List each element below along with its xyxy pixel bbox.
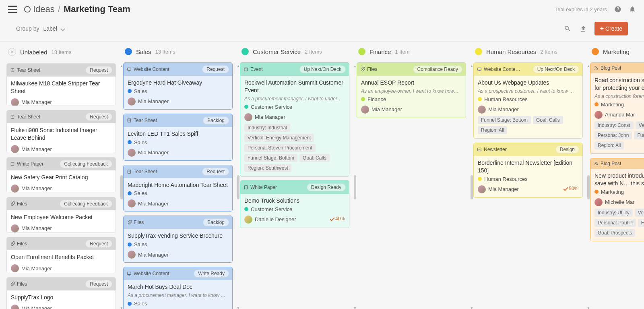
card[interactable]: White PaperCollecting FeedbackNew Safety… <box>6 157 116 193</box>
card[interactable]: FilesRequestOpen Enrollment Benefits Pac… <box>6 237 116 273</box>
column-scrollbar[interactable]: ▲▼ <box>237 64 240 309</box>
card-label: Human Resources <box>478 96 578 102</box>
card-type: Files <box>10 241 27 247</box>
card[interactable]: Tear SheetRequestMaderight Home Automati… <box>123 165 233 212</box>
column-dot <box>592 48 599 55</box>
breadcrumb-root[interactable]: Ideas <box>33 4 55 15</box>
tag: Industry: Industrial <box>244 124 290 132</box>
avatar <box>128 251 136 259</box>
card[interactable]: Tear SheetRequestMilwaukee M18 Cable Str… <box>6 63 116 106</box>
card[interactable]: FilesCollecting FeedbackNew Employee Wel… <box>6 197 116 233</box>
card-title: Road construction season is here: 6 tips… <box>594 77 644 92</box>
card-label: Sales <box>128 301 228 307</box>
card-title: Demo Truck Solutions <box>244 197 345 205</box>
card-type: Files <box>10 201 27 207</box>
tag: Vertical: Safety <box>636 121 644 129</box>
avatar <box>11 185 19 193</box>
card-stage: Write Ready <box>194 270 229 278</box>
avatar <box>244 113 252 121</box>
card-title: SupplyTrax Vending Service Brochure <box>128 232 228 240</box>
avatar <box>361 106 369 114</box>
column-scrollbar[interactable]: ▲▼ <box>353 64 357 309</box>
card-label: Sales <box>128 139 228 145</box>
tag: Region: All <box>478 126 507 134</box>
column-title: Finance <box>369 48 391 55</box>
tag: Vertical: Energy <box>635 209 644 217</box>
card-title: March Hot Buys Deal Doc <box>128 283 228 291</box>
card-description: As a prospective customer, I want to kno… <box>478 88 578 94</box>
card-description: As an employee-owner, I want to know how… <box>361 88 462 94</box>
card-assignee: Mia Manager <box>11 264 52 272</box>
card[interactable]: Tear SheetBacklogLeviton LED TT1 Sales S… <box>123 114 233 161</box>
help-icon[interactable] <box>614 6 621 13</box>
card-assignee: Mia Manager <box>478 106 519 114</box>
column-scrollbar[interactable]: ▲▼ <box>470 64 473 309</box>
card[interactable]: FilesCompliance ReadyAnnual ESOP ReportA… <box>357 62 466 118</box>
avatar <box>128 97 136 106</box>
column-scrollbar[interactable]: ▲▼ <box>120 64 123 309</box>
card-stage: Request <box>85 66 112 74</box>
card[interactable]: NewsletterDesignBorderline Internal News… <box>473 143 583 198</box>
card-type: Files <box>360 66 377 72</box>
card[interactable]: Website Conte…Up Next/On DeckAbout Us We… <box>473 62 583 139</box>
group-by-value: Label <box>43 25 57 32</box>
card-assignee: Mia Manager <box>128 199 169 207</box>
card-progress: 40% <box>330 216 345 222</box>
card[interactable]: White PaperDesign ReadyDemo Truck Soluti… <box>240 180 349 228</box>
card-label: Sales <box>128 88 228 94</box>
avatar <box>11 145 19 153</box>
column-title: Customer Service <box>253 48 301 55</box>
group-by-selector[interactable]: Group by Label <box>16 25 64 32</box>
tag: Persona: Paul P <box>594 219 636 227</box>
tag: Goal: Calls <box>299 154 330 162</box>
card-assignee: Mia Manager <box>128 97 169 106</box>
column-scrollbar[interactable]: ▲▼ <box>587 64 590 309</box>
column-unlabeled: ✕Unlabeled18 ItemsTear SheetRequestMilwa… <box>6 48 123 309</box>
bell-icon[interactable] <box>629 6 636 13</box>
card-stage: Collecting Feedback <box>60 200 112 208</box>
menu-icon[interactable] <box>8 6 17 13</box>
card-title: Fluke ii900 Sonic Industrial Imager Leav… <box>11 127 111 142</box>
share-icon[interactable] <box>579 25 586 32</box>
column-human_resources: Human Resources2 ItemsWebsite Conte…Up N… <box>473 48 590 309</box>
card[interactable]: FilesBacklogSupplyTrax Vending Service B… <box>123 216 233 263</box>
card[interactable]: FilesRequestSupplyTrax LogoMia Manager <box>6 277 116 309</box>
breadcrumb-current: Marketing Team <box>64 4 130 15</box>
card-stage: Backlog <box>203 218 229 226</box>
create-button[interactable]: +Create <box>594 22 628 35</box>
card-label: Marketing <box>594 102 644 108</box>
card-list: Tear SheetRequestMilwaukee M18 Cable Str… <box>6 63 118 309</box>
card[interactable]: Blog PostRoad construction season is her… <box>590 62 644 154</box>
column-dot <box>242 48 249 55</box>
card-title: Milwaukee M18 Cable Stripper Tear Sheet <box>11 80 111 95</box>
svg-rect-17 <box>244 68 248 71</box>
card-title: About Us Webpage Updates <box>478 79 578 87</box>
card-assignee: Amanda Mar <box>594 111 635 119</box>
card[interactable]: Blog PostNew product introduction: get r… <box>590 158 644 241</box>
avatar <box>478 185 486 193</box>
card-assignee: Mia Manager <box>11 305 52 309</box>
tag: Funnel Stage: M <box>638 219 644 227</box>
card[interactable]: Tear SheetRequestFluke ii900 Sonic Indus… <box>6 110 116 153</box>
card[interactable]: Website ContentRequestErgodyne Hard Hat … <box>123 62 233 110</box>
card-stage: Collecting Feedback <box>60 160 112 168</box>
card-tags: Funnel Stage: BottomGoal: CallsRegion: A… <box>478 116 578 134</box>
card-assignee: Mia Manager <box>11 185 52 193</box>
card-stage: Compliance Ready <box>413 65 462 73</box>
column-customer_service: Customer Service2 ItemsEventUp Next/On D… <box>240 48 357 309</box>
tag: Vertical: Energy Management <box>244 134 314 142</box>
card-assignee: Mia Manager <box>244 113 285 121</box>
card-type: White Paper <box>10 161 43 167</box>
svg-rect-22 <box>478 148 481 151</box>
card-stage: Design Ready <box>307 183 346 191</box>
card[interactable]: EventUp Next/On DeckRockwell Automation … <box>240 62 349 176</box>
unlabeled-icon[interactable]: ✕ <box>8 48 16 56</box>
card-list: Website Conte…Up Next/On DeckAbout Us We… <box>473 62 584 198</box>
search-icon[interactable] <box>564 25 571 32</box>
chevron-down-icon <box>60 27 65 31</box>
card-title: Maderight Home Automation Tear Sheet <box>128 181 228 189</box>
tag: Goal: Calls <box>533 116 563 124</box>
card-tags: Industry: UtilityVertical: EnergyPersona… <box>594 209 644 237</box>
card[interactable]: Website ContentWrite ReadyMarch Hot Buys… <box>123 267 233 309</box>
tag: Funnel Stage: Bottom <box>244 154 297 162</box>
